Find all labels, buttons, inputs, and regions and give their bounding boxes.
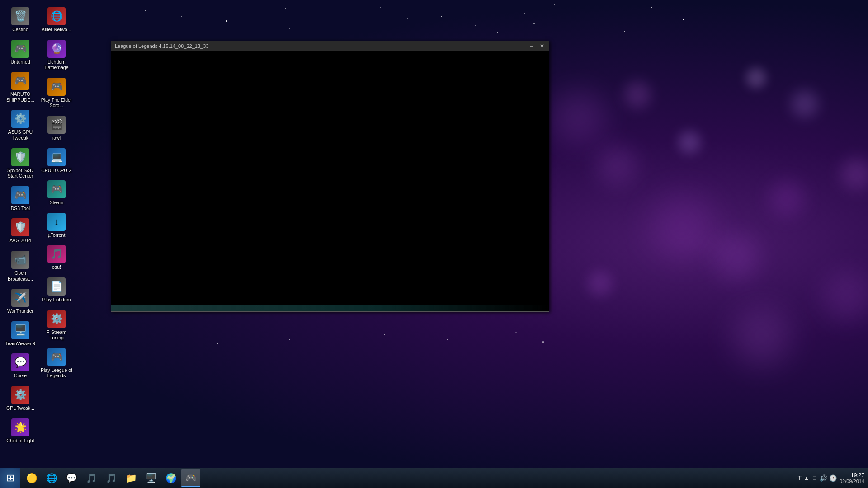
taskbar-item-tb-lol-shortcut[interactable]: 🟡: [22, 469, 41, 487]
icon-image-unturned: 🎮: [11, 40, 29, 58]
desktop-icon-curse[interactable]: 💬Curse: [2, 351, 38, 381]
icon-image-gputweak: ⚙️: [11, 386, 29, 404]
icon-label-gputweak: GPUTweak...: [6, 405, 34, 411]
icon-image-killer: 🌐: [47, 7, 66, 25]
desktop-icon-warthunder[interactable]: ✈️WarThunder: [2, 286, 38, 317]
icon-image-curse: 💬: [11, 353, 29, 371]
icon-image-playlol: 📄: [47, 277, 66, 296]
icon-image-iawl: 🎬: [47, 116, 66, 134]
desktop-icon-childlight[interactable]: 🌟Child of Light: [2, 416, 38, 446]
tray-speaker-icon[interactable]: 🔊: [820, 474, 827, 482]
taskbar-item-tb-lol-active[interactable]: 🎮: [181, 469, 200, 487]
icon-image-steam: 🎮: [47, 180, 66, 198]
icon-label-spybot: Spybot-S&D Start Center: [4, 168, 37, 179]
taskbar-item-tb-skype[interactable]: 💬: [62, 469, 81, 487]
icon-label-warthunder: WarThunder: [7, 308, 33, 314]
desktop-icon-steam[interactable]: 🎮Steam: [38, 178, 75, 208]
taskbar-item-tb-folder[interactable]: 📁: [122, 469, 141, 487]
icon-image-spybot: 🛡️: [11, 148, 29, 166]
star-dot: [515, 332, 517, 333]
icon-image-childlight: 🌟: [11, 418, 29, 436]
system-tray: IT ▲ 🖥 🔊 🕐: [796, 474, 837, 482]
desktop-icon-obs[interactable]: 📹Open Broadcast...: [2, 248, 38, 284]
taskbar-item-tb-remote[interactable]: 🖥️: [142, 469, 160, 487]
star-dot: [475, 25, 476, 26]
desktop-icon-iawl[interactable]: 🎬iawl: [38, 113, 75, 144]
taskbar-item-tb-browser2[interactable]: 🌍: [161, 469, 180, 487]
star-dot: [380, 7, 381, 8]
clock-date: 02/09/2014: [840, 479, 864, 484]
icon-label-elderscrolls: Play The Elder Scro...: [40, 97, 73, 108]
desktop-icon-gputweak[interactable]: ⚙️GPUTweak...: [2, 383, 38, 414]
icon-label-lichdom: Lichdom Battlemage: [40, 59, 73, 70]
tray-expand-arrow[interactable]: ▲: [803, 474, 810, 482]
window-footer: [111, 305, 549, 311]
bokeh-orb: [714, 235, 760, 280]
desktop-icon-naruto[interactable]: 🎮NARUTO SHIPPUDE...: [2, 69, 38, 105]
start-button[interactable]: ⊞: [0, 468, 20, 488]
star-dot: [447, 339, 448, 340]
icon-image-elderscrolls: 🎮: [47, 78, 66, 96]
clock[interactable]: 19:27 02/09/2014: [840, 472, 864, 484]
app-window: League of Legends 4.15.14_08_22_13_33 − …: [111, 41, 549, 312]
star-dot: [624, 31, 625, 32]
icon-label-curse: Curse: [14, 373, 27, 379]
taskbar-apps: 🟡🌐💬🎵🎵📁🖥️🌍🎮: [20, 469, 793, 487]
star-dot: [441, 16, 442, 17]
desktop-icon-cestino[interactable]: 🗑️Cestino: [2, 5, 38, 35]
desktop-icon-teamviewer[interactable]: 🖥️TeamViewer 9: [2, 319, 38, 349]
keyboard-layout[interactable]: IT: [796, 474, 802, 482]
desktop-icon-avg2014[interactable]: 🛡️AVG 2014: [2, 216, 38, 246]
star-dot: [226, 20, 227, 22]
window-content: [111, 51, 549, 305]
desktop-icon-utorrent[interactable]: ↓µTorrent: [38, 210, 75, 241]
desktop-icon-fstream[interactable]: ⚙️F-Stream Tuning: [38, 307, 75, 343]
clock-time: 19:27: [840, 472, 864, 479]
taskbar-item-tb-chrome[interactable]: 🌐: [42, 469, 61, 487]
bokeh-orb: [624, 81, 651, 108]
icon-image-lichdom: 🔮: [47, 40, 66, 58]
tray-network-icon[interactable]: 🖥: [811, 474, 818, 482]
desktop-icon-asus-gpu[interactable]: ⚙️ASUS GPU Tweeak: [2, 107, 38, 143]
taskbar-item-tb-spotify[interactable]: 🎵: [102, 469, 121, 487]
icon-label-fstream: F-Stream Tuning: [40, 329, 73, 341]
star-dot: [289, 339, 290, 340]
desktop-icon-cpuid[interactable]: 💻CPUID CPU-Z: [38, 145, 75, 176]
bokeh-orb: [769, 181, 805, 217]
close-button[interactable]: ✕: [537, 42, 547, 50]
minimize-button[interactable]: −: [526, 42, 536, 50]
desktop-icon-playlol[interactable]: 📄Play Lichdom: [38, 275, 75, 305]
desktop: 🗑️Cestino🎮Unturned🎮NARUTO SHIPPUDE...⚙️A…: [0, 0, 868, 488]
icon-image-cestino: 🗑️: [11, 7, 29, 25]
desktop-icons-area: 🗑️Cestino🎮Unturned🎮NARUTO SHIPPUDE...⚙️A…: [0, 0, 108, 465]
icon-image-utorrent: ↓: [47, 213, 66, 231]
bokeh-orb: [732, 307, 791, 366]
star-dot: [407, 18, 408, 19]
icon-label-cestino: Cestino: [12, 27, 28, 33]
desktop-icon-killer[interactable]: 🌐Killer Netwo...: [38, 5, 75, 35]
taskbar-item-tb-media[interactable]: 🎵: [82, 469, 101, 487]
star-dot: [497, 32, 498, 33]
icon-image-naruto: 🎮: [11, 72, 29, 90]
tray-clock-icon[interactable]: 🕐: [829, 474, 837, 482]
icon-image-cpuid: 💻: [47, 148, 66, 166]
desktop-icon-elderscrolls[interactable]: 🎮Play The Elder Scro...: [38, 75, 75, 111]
icon-image-avg2014: 🛡️: [11, 218, 29, 236]
star-dot: [289, 28, 290, 29]
desktop-icon-playleague[interactable]: 🎮Play League of Legends: [38, 345, 75, 381]
desktop-icon-spybot[interactable]: 🛡️Spybot-S&D Start Center: [2, 145, 38, 182]
icon-label-unturned: Unturned: [10, 59, 30, 65]
icon-label-childlight: Child of Light: [6, 438, 34, 444]
desktop-icon-unturned[interactable]: 🎮Unturned: [2, 37, 38, 68]
star-dot: [384, 334, 385, 335]
window-title: League of Legends 4.15.14_08_22_13_33: [115, 43, 208, 49]
bokeh-orb: [746, 68, 766, 88]
star-dot: [285, 8, 286, 9]
desktop-icon-osu[interactable]: 🎵osu!: [38, 242, 75, 273]
icon-label-playleague: Play League of Legends: [40, 367, 73, 379]
desktop-icon-ds3tool[interactable]: 🎮DS3 Tool: [2, 183, 38, 214]
bokeh-orb: [651, 194, 714, 258]
icon-label-osu: osu!: [52, 264, 61, 270]
star-dot: [561, 36, 561, 37]
desktop-icon-lichdom[interactable]: 🔮Lichdom Battlemage: [38, 37, 75, 73]
